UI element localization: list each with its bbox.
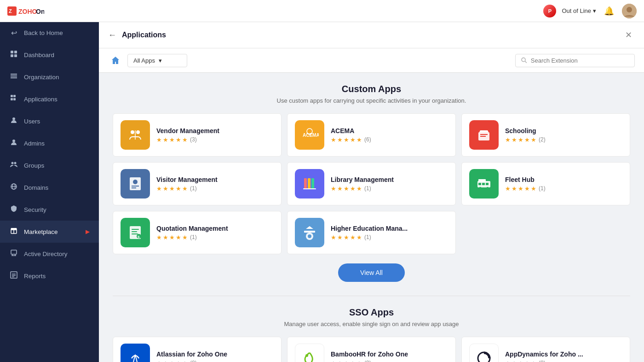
- list-item[interactable]: AppDynamics for Zoho ... ★ ★ ★ ★ ★ (0): [461, 337, 630, 362]
- organization-switcher[interactable]: Out of Line ▾: [562, 7, 596, 14]
- star-1: ★: [331, 185, 336, 192]
- filter-bar: All Apps ▾: [99, 48, 644, 73]
- sidebar-item-label: Admins: [24, 140, 45, 147]
- star-3: ★: [169, 234, 175, 241]
- sidebar-item-active-directory[interactable]: Active Directory: [0, 243, 99, 265]
- svg-rect-7: [14, 51, 17, 53]
- star-5: ★: [356, 185, 362, 192]
- sidebar-item-marketplace[interactable]: Marketplace ▶: [0, 221, 99, 243]
- svg-rect-15: [11, 98, 13, 100]
- custom-apps-grid: Vendor Management ★ ★ ★ ★ ★ (3): [113, 113, 630, 254]
- app-name: Schooling: [505, 127, 622, 134]
- avatar[interactable]: [622, 4, 637, 18]
- topbar: Z ZOHO One P Out of Line ▾ 🔔: [0, 0, 644, 22]
- rating-count: (1): [190, 185, 197, 192]
- app-name: Vendor Management: [156, 127, 274, 134]
- star-4: ★: [524, 185, 530, 192]
- star-4: ★: [176, 360, 181, 362]
- fleet-hub-icon: [469, 169, 499, 199]
- panel-header-left: ← Applications: [108, 30, 166, 40]
- list-item[interactable]: Library Management ★ ★ ★ ★ ★ (1): [287, 162, 456, 205]
- custom-apps-subtitle: Use custom apps for carrying out specifi…: [113, 97, 630, 104]
- app-name: Library Management: [331, 176, 448, 183]
- rating-count: (0): [190, 360, 197, 362]
- vendor-management-info: Vendor Management ★ ★ ★ ★ ★ (3): [156, 127, 274, 143]
- svg-text:One: One: [36, 8, 44, 15]
- svg-rect-50: [132, 186, 139, 187]
- star-5: ★: [182, 185, 188, 192]
- users-icon: [9, 117, 18, 126]
- svg-rect-30: [11, 272, 17, 278]
- star-4: ★: [524, 136, 530, 143]
- app-rating: ★ ★ ★ ★ ★ (1): [156, 234, 274, 241]
- appdynamics-info: AppDynamics for Zoho ... ★ ★ ★ ★ ★ (0): [505, 350, 622, 362]
- svg-point-19: [12, 162, 14, 164]
- custom-apps-section: Custom Apps Use custom apps for carrying…: [113, 84, 630, 282]
- view-all-button[interactable]: View All: [338, 263, 405, 282]
- star-5: ★: [531, 360, 536, 362]
- list-item[interactable]: Atlassian for Zoho One ★ ★ ★ ★ ★ (0): [113, 337, 282, 362]
- home-filter-icon[interactable]: [108, 53, 123, 68]
- library-management-icon: [295, 169, 324, 199]
- sidebar-item-label: Applications: [24, 96, 58, 103]
- svg-text:Z: Z: [9, 8, 12, 14]
- star-1: ★: [331, 136, 336, 143]
- search-extension-input-wrapper[interactable]: [515, 54, 635, 67]
- sidebar-item-dashboard[interactable]: Dashboard: [0, 44, 99, 66]
- star-5: ★: [182, 136, 188, 143]
- svg-point-60: [479, 187, 482, 190]
- svg-rect-9: [14, 54, 17, 57]
- sidebar-item-security[interactable]: Security: [0, 199, 99, 221]
- sidebar-item-reports[interactable]: Reports: [0, 265, 99, 287]
- list-item[interactable]: BambooHR for Zoho One ★ ★ ★ ★ ★ (0): [287, 337, 456, 362]
- star-4: ★: [176, 185, 181, 192]
- sidebar-item-domains[interactable]: Domains: [0, 176, 99, 199]
- rating-count: (1): [190, 234, 197, 240]
- list-item[interactable]: Schooling ★ ★ ★ ★ ★ (2): [461, 113, 630, 157]
- search-extension-input[interactable]: [531, 57, 629, 64]
- list-item[interactable]: Higher Education Mana... ★ ★ ★ ★ ★ (1): [287, 211, 456, 254]
- star-1: ★: [156, 360, 162, 362]
- star-5: ★: [182, 360, 188, 362]
- visitor-management-info: Visitor Management ★ ★ ★ ★ ★ (1): [156, 176, 274, 192]
- sidebar-item-applications[interactable]: Applications: [0, 88, 99, 110]
- list-item[interactable]: Vendor Management ★ ★ ★ ★ ★ (3): [113, 113, 282, 157]
- sidebar-item-groups[interactable]: Groups: [0, 154, 99, 176]
- list-item[interactable]: ACEMA ACEMA ★ ★ ★ ★: [287, 113, 456, 157]
- star-5: ★: [356, 360, 362, 362]
- svg-point-76: [308, 234, 311, 238]
- star-3: ★: [518, 185, 523, 192]
- panel-back-button[interactable]: ←: [108, 30, 116, 40]
- star-2: ★: [163, 185, 168, 192]
- app-rating: ★ ★ ★ ★ ★ (1): [331, 185, 448, 192]
- sidebar-item-label: Back to Home: [24, 29, 63, 36]
- search-icon: [521, 57, 527, 64]
- list-item[interactable]: Fleet Hub ★ ★ ★ ★ ★ (1): [461, 162, 630, 205]
- library-management-info: Library Management ★ ★ ★ ★ ★ (1): [331, 176, 448, 192]
- list-item[interactable]: Visitor Management ★ ★ ★ ★ ★ (1): [113, 162, 282, 205]
- sidebar-item-users[interactable]: Users: [0, 110, 99, 132]
- sidebar-item-label: Domains: [24, 184, 48, 191]
- svg-rect-69: [132, 234, 138, 234]
- sidebar-item-organization[interactable]: Organization: [0, 66, 99, 88]
- svg-rect-53: [304, 178, 307, 189]
- sidebar-item-label: Organization: [24, 74, 59, 81]
- star-2: ★: [337, 360, 343, 362]
- higher-education-info: Higher Education Mana... ★ ★ ★ ★ ★ (1): [331, 225, 448, 241]
- list-item[interactable]: $ Quotation Management ★ ★ ★ ★ ★ (: [113, 211, 282, 254]
- app-name: Fleet Hub: [505, 176, 622, 183]
- panel-close-button[interactable]: ✕: [622, 29, 635, 41]
- sidebar-item-admins[interactable]: Admins: [0, 132, 99, 154]
- profile-status-icon[interactable]: P: [543, 5, 556, 18]
- star-2: ★: [512, 360, 517, 362]
- app-name: Quotation Management: [156, 225, 274, 232]
- apps-filter-dropdown[interactable]: All Apps ▾: [127, 54, 187, 67]
- sidebar-item-back-to-home[interactable]: ↩ Back to Home: [0, 22, 99, 44]
- notification-bell[interactable]: 🔔: [602, 4, 616, 18]
- star-4: ★: [350, 136, 356, 143]
- dropdown-chevron-icon: ▾: [159, 57, 162, 64]
- sidebar-item-label: Dashboard: [24, 52, 54, 58]
- app-rating: ★ ★ ★ ★ ★ (1): [331, 234, 448, 241]
- sidebar: ↩ Back to Home Dashboard Organization Ap…: [0, 22, 99, 362]
- star-3: ★: [518, 136, 523, 143]
